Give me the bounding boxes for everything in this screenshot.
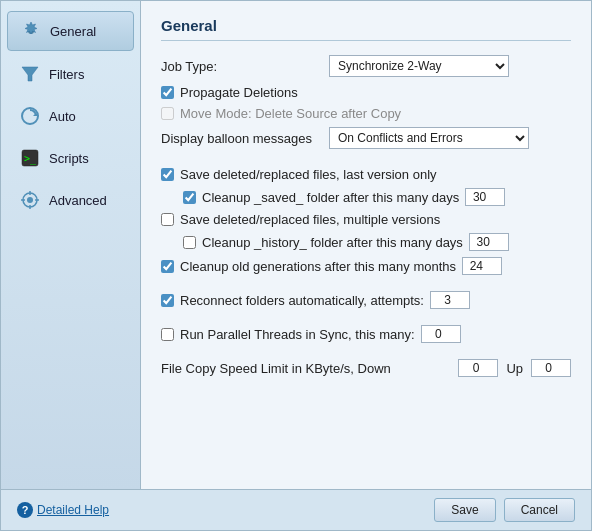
cleanup-saved-row: Cleanup _saved_ folder after this many d… <box>183 188 571 206</box>
copy-speed-down-input[interactable] <box>458 359 498 377</box>
copy-speed-up-input[interactable] <box>531 359 571 377</box>
cleanup-old-label: Cleanup old generations after this many … <box>180 259 456 274</box>
cleanup-saved-input[interactable] <box>465 188 505 206</box>
balloon-row: Display balloon messages On Conflicts an… <box>161 127 571 149</box>
copy-speed-row: File Copy Speed Limit in KByte/s, Down U… <box>161 359 571 377</box>
reconnect-checkbox[interactable] <box>161 294 174 307</box>
cleanup-old-row: Cleanup old generations after this many … <box>161 257 571 275</box>
move-mode-row: Move Mode: Delete Source after Copy <box>161 106 571 121</box>
scripts-icon: >_ <box>19 147 41 169</box>
sidebar-item-advanced[interactable]: Advanced <box>7 181 134 219</box>
gear-icon <box>20 20 42 42</box>
sidebar-general-label: General <box>50 24 96 39</box>
sidebar-item-auto[interactable]: Auto <box>7 97 134 135</box>
balloon-select[interactable]: On Conflicts and Errors Always Never <box>329 127 529 149</box>
cleanup-saved-checkbox[interactable] <box>183 191 196 204</box>
main-content: General Filters <box>1 1 591 489</box>
sidebar-auto-label: Auto <box>49 109 76 124</box>
cancel-button[interactable]: Cancel <box>504 498 575 522</box>
reconnect-input[interactable] <box>430 291 470 309</box>
save-deleted-last-checkbox[interactable] <box>161 168 174 181</box>
main-panel: General Job Type: Synchronize 2-Way Back… <box>141 1 591 489</box>
advanced-icon <box>19 189 41 211</box>
panel-title: General <box>161 17 571 41</box>
svg-point-7 <box>27 197 33 203</box>
help-icon: ? <box>17 502 33 518</box>
cleanup-old-checkbox[interactable] <box>161 260 174 273</box>
sidebar-item-filters[interactable]: Filters <box>7 55 134 93</box>
cleanup-history-input[interactable] <box>469 233 509 251</box>
parallel-checkbox[interactable] <box>161 328 174 341</box>
job-type-label: Job Type: <box>161 59 321 74</box>
app-window: General Filters <box>0 0 592 531</box>
cleanup-old-input[interactable] <box>462 257 502 275</box>
sidebar-item-general[interactable]: General <box>7 11 134 51</box>
cleanup-history-row: Cleanup _history_ folder after this many… <box>183 233 571 251</box>
job-type-row: Job Type: Synchronize 2-Way Backup Mirro… <box>161 55 571 77</box>
reconnect-row: Reconnect folders automatically, attempt… <box>161 291 571 309</box>
sidebar-item-scripts[interactable]: >_ Scripts <box>7 139 134 177</box>
sidebar-scripts-label: Scripts <box>49 151 89 166</box>
move-mode-checkbox[interactable] <box>161 107 174 120</box>
save-deleted-last-row: Save deleted/replaced files, last versio… <box>161 167 571 182</box>
filter-icon <box>19 63 41 85</box>
sidebar-advanced-label: Advanced <box>49 193 107 208</box>
propagate-deletions-row: Propagate Deletions <box>161 85 571 100</box>
help-label: Detailed Help <box>37 503 109 517</box>
svg-marker-1 <box>22 67 38 81</box>
sidebar: General Filters <box>1 1 141 489</box>
cleanup-saved-label: Cleanup _saved_ folder after this many d… <box>202 190 459 205</box>
cleanup-history-label: Cleanup _history_ folder after this many… <box>202 235 463 250</box>
propagate-deletions-checkbox[interactable] <box>161 86 174 99</box>
detailed-help-link[interactable]: ? Detailed Help <box>17 502 109 518</box>
copy-speed-up-label: Up <box>506 361 523 376</box>
reconnect-label: Reconnect folders automatically, attempt… <box>180 293 424 308</box>
propagate-deletions-label: Propagate Deletions <box>180 85 298 100</box>
sidebar-filters-label: Filters <box>49 67 84 82</box>
save-deleted-multi-checkbox[interactable] <box>161 213 174 226</box>
parallel-row: Run Parallel Threads in Sync, this many: <box>161 325 571 343</box>
footer: ? Detailed Help Save Cancel <box>1 489 591 530</box>
balloon-label: Display balloon messages <box>161 131 321 146</box>
copy-speed-label: File Copy Speed Limit in KByte/s, Down <box>161 361 450 376</box>
move-mode-label: Move Mode: Delete Source after Copy <box>180 106 401 121</box>
footer-buttons: Save Cancel <box>434 498 575 522</box>
parallel-input[interactable] <box>421 325 461 343</box>
cleanup-history-checkbox[interactable] <box>183 236 196 249</box>
job-type-select[interactable]: Synchronize 2-Way Backup Mirror <box>329 55 509 77</box>
parallel-label: Run Parallel Threads in Sync, this many: <box>180 327 415 342</box>
save-deleted-last-label: Save deleted/replaced files, last versio… <box>180 167 437 182</box>
save-deleted-multi-label: Save deleted/replaced files, multiple ve… <box>180 212 440 227</box>
svg-text:>_: >_ <box>24 153 37 165</box>
save-button[interactable]: Save <box>434 498 495 522</box>
save-deleted-multi-row: Save deleted/replaced files, multiple ve… <box>161 212 571 227</box>
auto-icon <box>19 105 41 127</box>
